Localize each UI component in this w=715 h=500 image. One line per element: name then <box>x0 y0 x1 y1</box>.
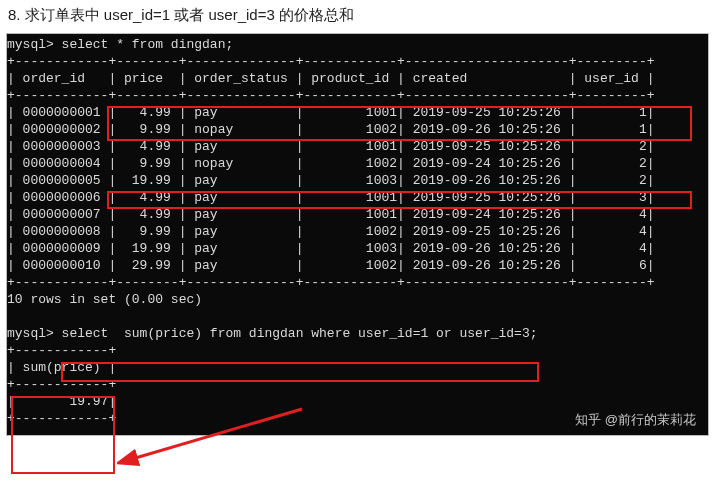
terminal-output: mysql> select * from dingdan; +---------… <box>7 34 708 435</box>
question-text: 8. 求订单表中 user_id=1 或者 user_id=3 的价格总和 <box>0 0 715 33</box>
watermark: 知乎 @前行的茉莉花 <box>575 411 696 429</box>
terminal-container: mysql> select * from dingdan; +---------… <box>6 33 709 436</box>
